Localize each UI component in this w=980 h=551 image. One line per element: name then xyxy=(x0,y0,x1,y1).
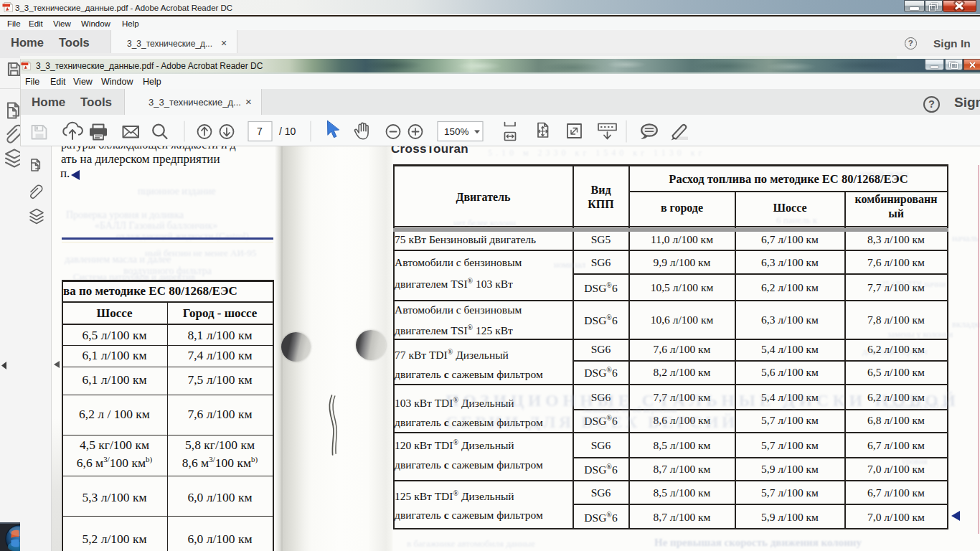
svg-text:150%: 150% xyxy=(444,126,469,137)
svg-text:7: 7 xyxy=(257,126,263,137)
svg-text:/ 10: / 10 xyxy=(279,126,296,137)
